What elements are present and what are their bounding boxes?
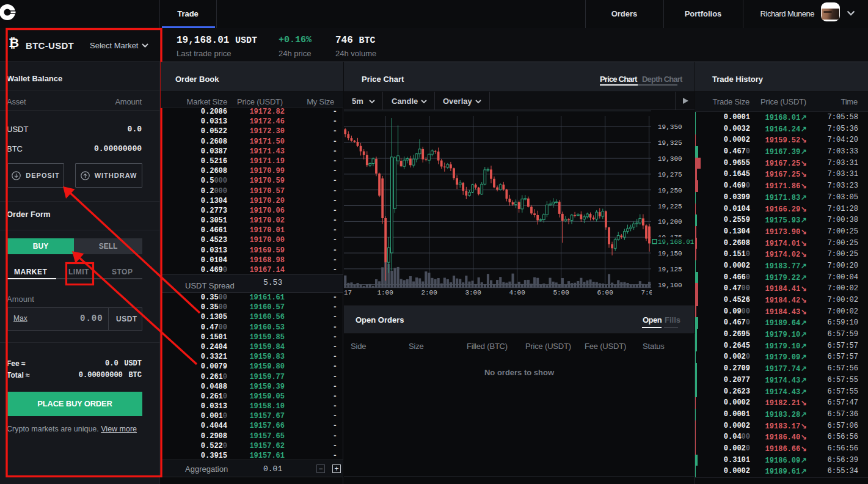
svg-text:3:00: 3:00 (465, 289, 481, 296)
svg-text:7:00: 7:00 (641, 289, 657, 296)
svg-text:2:00: 2:00 (421, 289, 437, 296)
svg-text:19,350: 19,350 (658, 123, 682, 131)
svg-text:19,250: 19,250 (658, 187, 682, 194)
svg-text:4:00: 4:00 (509, 289, 525, 296)
svg-text:19,100: 19,100 (658, 282, 682, 289)
svg-text:19,200: 19,200 (658, 218, 682, 226)
svg-text:19,168.01: 19,168.01 (658, 238, 695, 246)
svg-text:6:00: 6:00 (597, 289, 613, 296)
svg-text:17: 17 (344, 289, 352, 296)
svg-text:19,125: 19,125 (658, 266, 682, 273)
svg-text:1:00: 1:00 (377, 289, 393, 296)
svg-text:19,275: 19,275 (658, 171, 682, 178)
svg-text:19,300: 19,300 (658, 155, 682, 163)
svg-text:19,150: 19,150 (658, 250, 682, 257)
svg-text:19,325: 19,325 (658, 139, 682, 147)
svg-text:5:00: 5:00 (553, 289, 569, 296)
svg-text:19,225: 19,225 (658, 203, 682, 210)
